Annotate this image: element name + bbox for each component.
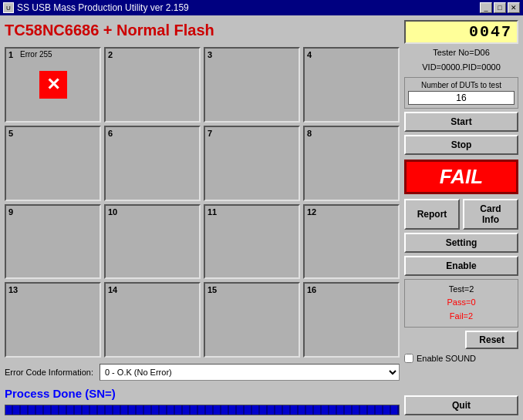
maximize-button[interactable]: □ bbox=[494, 2, 506, 13]
error-code-label: Error Code Information: bbox=[5, 368, 93, 377]
dut-cell-8: 8 bbox=[303, 126, 400, 201]
dut-cell-16: 16 bbox=[303, 282, 400, 358]
dut-cell-1: 1Error 255✕ bbox=[5, 47, 101, 123]
close-button[interactable]: ✕ bbox=[508, 2, 520, 13]
dut-cell-10: 10 bbox=[104, 204, 201, 280]
progress-bar bbox=[5, 405, 399, 415]
vid-pid: VID=0000.PID=0000 bbox=[404, 62, 518, 73]
app-title: TC58NC6686 + Normal Flash bbox=[5, 20, 400, 44]
dut-grid: 1Error 255✕2345678910111213141516 bbox=[5, 47, 400, 358]
dut-number: 6 bbox=[108, 129, 113, 138]
dut-number: 15 bbox=[208, 285, 217, 294]
dut-number: 12 bbox=[307, 207, 316, 217]
dut-number: 5 bbox=[8, 129, 13, 138]
error-code-select[interactable]: 0 - O.K (No Error) 1 - Error 1 255 - Err… bbox=[100, 364, 400, 381]
dut-cell-4: 4 bbox=[303, 47, 400, 123]
setting-button[interactable]: Setting bbox=[404, 233, 518, 253]
enable-sound-label: Enable SOUND bbox=[417, 354, 476, 363]
dut-number: 13 bbox=[8, 285, 18, 294]
dut-number: 8 bbox=[307, 129, 312, 138]
stat-pass: Pass=0 bbox=[408, 296, 515, 310]
dut-number: 14 bbox=[108, 285, 117, 294]
dut-number: 2 bbox=[108, 50, 113, 59]
tester-no: Tester No=D06 bbox=[404, 47, 518, 59]
dut-cell-14: 14 bbox=[104, 282, 201, 358]
dut-number: 16 bbox=[307, 285, 316, 294]
dut-cell-2: 2 bbox=[104, 47, 201, 123]
minimize-button[interactable]: _ bbox=[480, 2, 492, 13]
dut-cell-6: 6 bbox=[104, 126, 201, 201]
number-display: 0047 bbox=[404, 20, 518, 44]
dut-number: 11 bbox=[208, 207, 217, 217]
progress-bar-container bbox=[5, 405, 400, 415]
dut-number: 4 bbox=[307, 50, 312, 59]
enable-button[interactable]: Enable bbox=[404, 256, 518, 276]
title-bar: U SS USB Mass Production Utility ver 2.1… bbox=[0, 0, 523, 15]
dut-number: 9 bbox=[8, 207, 13, 217]
reset-button[interactable]: Reset bbox=[465, 331, 518, 349]
card-info-button[interactable]: Card Info bbox=[463, 199, 518, 230]
dut-cell-3: 3 bbox=[204, 47, 300, 123]
stop-button[interactable]: Stop bbox=[404, 135, 518, 155]
dut-cell-11: 11 bbox=[204, 204, 300, 280]
dut-cell-9: 9 bbox=[5, 204, 101, 280]
dut-cell-13: 13 bbox=[5, 282, 101, 358]
dut-cell-15: 15 bbox=[204, 282, 300, 358]
dut-error-text: Error 255 bbox=[20, 50, 52, 59]
stat-test: Test=2 bbox=[408, 283, 515, 297]
dut-number: 10 bbox=[108, 207, 117, 217]
num-duts-label: Number of DUTs to test bbox=[408, 81, 515, 89]
dut-cell-12: 12 bbox=[303, 204, 400, 280]
app-icon: U bbox=[3, 2, 14, 13]
start-button[interactable]: Start bbox=[404, 112, 518, 132]
dut-number: 3 bbox=[208, 50, 212, 59]
num-duts-value: 16 bbox=[408, 91, 515, 105]
enable-sound-checkbox[interactable] bbox=[404, 354, 413, 363]
quit-button[interactable]: Quit bbox=[404, 395, 518, 415]
window-title: SS USB Mass Production Utility ver 2.159 bbox=[17, 2, 189, 13]
report-button[interactable]: Report bbox=[404, 199, 460, 230]
dut-cell-5: 5 bbox=[5, 126, 101, 201]
process-done-text: Process Done (SN=) bbox=[5, 387, 400, 400]
fail-badge: FAIL bbox=[404, 160, 518, 194]
dut-cell-7: 7 bbox=[204, 126, 300, 201]
dut-fail-x: ✕ bbox=[39, 71, 67, 99]
stat-fail: Fail=2 bbox=[408, 310, 515, 324]
dut-number: 7 bbox=[208, 129, 212, 138]
dut-number: 1 bbox=[8, 50, 13, 59]
stats-section: Test=2Pass=0Fail=2 bbox=[404, 279, 518, 328]
